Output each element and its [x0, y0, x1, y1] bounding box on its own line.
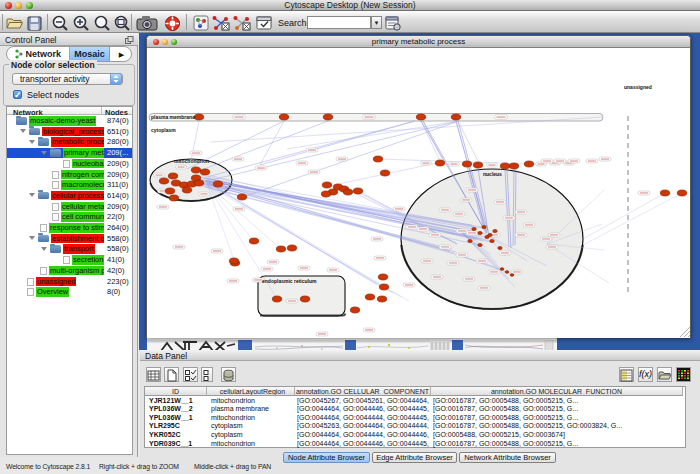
svg-text:endoplasmic reticulum: endoplasmic reticulum	[262, 278, 317, 284]
svg-text:unassigned: unassigned	[624, 84, 652, 90]
svg-text:mitochondrion: mitochondrion	[174, 158, 209, 164]
svg-text:cytoplasm: cytoplasm	[151, 127, 176, 133]
svg-text:nucleus: nucleus	[483, 171, 502, 177]
svg-text:plasma membrane: plasma membrane	[151, 114, 195, 120]
